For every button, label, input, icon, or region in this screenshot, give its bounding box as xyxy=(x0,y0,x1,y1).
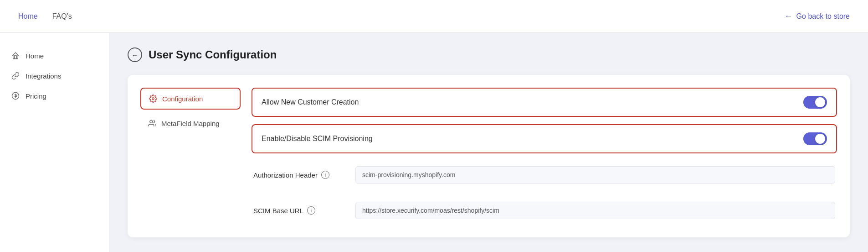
auth-header-label: Authorization Header xyxy=(253,171,318,179)
info-row-auth-header: Authorization Header i scim-provisioning… xyxy=(252,161,837,189)
scim-url-value: https://store.xecurify.com/moas/rest/sho… xyxy=(355,202,835,219)
toggle-label-scim: Enable/Disable SCIM Provisioning xyxy=(262,135,373,143)
page-header: ← User Sync Configuration xyxy=(128,47,850,62)
go-back-store-link[interactable]: ← Go back to store xyxy=(785,11,850,21)
home-icon xyxy=(11,51,20,60)
users-icon xyxy=(148,119,157,128)
go-back-label: Go back to store xyxy=(796,12,850,21)
svg-point-1 xyxy=(152,98,154,100)
sidebar-item-integrations[interactable]: Integrations xyxy=(0,66,109,86)
right-panel: Allow New Customer Creation Enable/Disab… xyxy=(252,88,837,225)
scim-url-label: SCIM Base URL xyxy=(253,207,303,215)
link-icon xyxy=(11,71,20,80)
sidebar-home-label: Home xyxy=(26,52,44,60)
main-layout: Home Integrations Pricing xyxy=(0,33,868,252)
sidebar-item-pricing[interactable]: Pricing xyxy=(0,86,109,106)
toggle-customer-creation[interactable] xyxy=(803,96,827,109)
gear-icon xyxy=(149,94,158,103)
back-circle-icon: ← xyxy=(132,51,139,59)
dollar-icon xyxy=(11,91,20,100)
scim-url-label-group: SCIM Base URL i xyxy=(253,206,344,215)
left-panel-metafield[interactable]: MetaField Mapping xyxy=(140,113,241,133)
sidebar: Home Integrations Pricing xyxy=(0,33,109,252)
left-panel-configuration[interactable]: Configuration xyxy=(140,88,241,110)
toggle-label-customer-creation: Allow New Customer Creation xyxy=(262,98,359,106)
auth-header-value: scim-provisioning.myshopify.com xyxy=(355,166,835,184)
sidebar-pricing-label: Pricing xyxy=(26,92,46,100)
scim-url-info-icon[interactable]: i xyxy=(307,206,315,215)
back-button[interactable]: ← xyxy=(128,47,142,62)
inner-layout: Configuration MetaField Mapping xyxy=(128,75,850,237)
sidebar-integrations-label: Integrations xyxy=(26,72,61,80)
toggle-thumb xyxy=(815,97,825,107)
nav-links: Home FAQ's xyxy=(18,12,72,21)
configuration-label: Configuration xyxy=(162,95,203,103)
content-area: ← User Sync Configuration Configuration xyxy=(109,33,868,252)
page-title: User Sync Configuration xyxy=(149,48,277,61)
top-nav: Home FAQ's ← Go back to store xyxy=(0,0,868,33)
toggle-row-scim: Enable/Disable SCIM Provisioning xyxy=(252,124,837,153)
auth-header-info-icon[interactable]: i xyxy=(321,171,329,179)
nav-home[interactable]: Home xyxy=(18,12,38,21)
toggle-row-customer-creation: Allow New Customer Creation xyxy=(252,88,837,117)
nav-faqs[interactable]: FAQ's xyxy=(52,12,72,21)
left-panel: Configuration MetaField Mapping xyxy=(140,88,241,225)
svg-point-2 xyxy=(150,120,153,123)
info-row-scim-url: SCIM Base URL i https://store.xecurify.c… xyxy=(252,196,837,225)
auth-header-label-group: Authorization Header i xyxy=(253,171,344,179)
toggle-scim[interactable] xyxy=(803,132,827,145)
toggle-thumb-scim xyxy=(815,134,825,144)
sidebar-item-home[interactable]: Home xyxy=(0,46,109,66)
go-back-arrow-icon: ← xyxy=(785,11,793,21)
metafield-label: MetaField Mapping xyxy=(161,120,220,127)
